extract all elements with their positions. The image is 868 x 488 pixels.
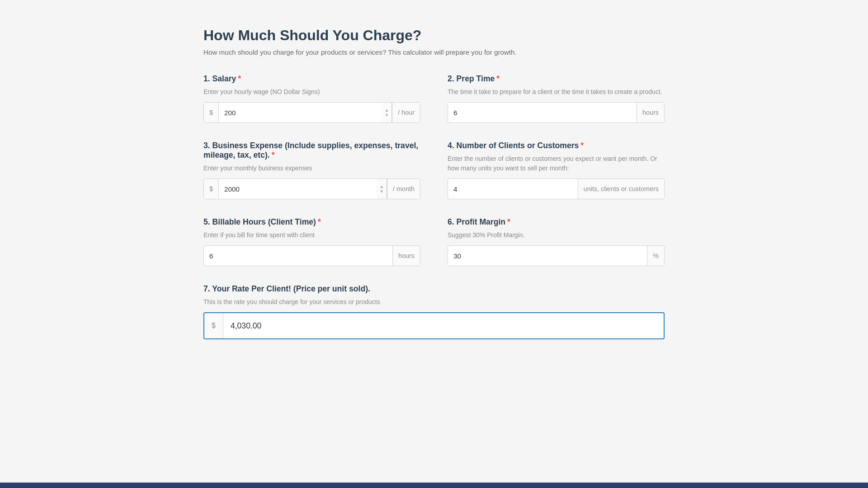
billable-hours-title: 5. Billable Hours (Client Time)* bbox=[203, 217, 420, 227]
salary-title: 1. Salary* bbox=[203, 74, 420, 84]
rate-input[interactable] bbox=[223, 321, 664, 331]
prep-time-title: 2. Prep Time* bbox=[448, 74, 665, 84]
prep-time-input[interactable] bbox=[448, 103, 637, 122]
rate-dollar-icon: $ bbox=[204, 313, 223, 338]
footer-bar bbox=[0, 483, 868, 488]
rate-section: 7. Your Rate Per Client! (Price per unit… bbox=[203, 284, 665, 339]
business-expense-description: Enter your monthly business expenses bbox=[203, 164, 420, 173]
business-expense-dollar-icon: $ bbox=[204, 179, 219, 199]
profit-margin-title: 6. Profit Margin* bbox=[448, 217, 665, 227]
prep-time-description: The time it take to prepare for a client… bbox=[448, 87, 665, 97]
salary-section: 1. Salary* Enter your hourly wage (NO Do… bbox=[203, 74, 420, 123]
clients-input-wrapper: units, clients or customers bbox=[448, 178, 665, 199]
clients-input[interactable] bbox=[448, 179, 578, 199]
billable-hours-required: * bbox=[318, 217, 321, 226]
salary-description: Enter your hourly wage (NO Dollar Signs) bbox=[203, 87, 420, 97]
clients-section: 4. Number of Clients or Customers* Enter… bbox=[448, 141, 665, 199]
business-expense-suffix: / month bbox=[387, 179, 420, 199]
billable-hours-description: Enter if you bill for time spent with cl… bbox=[203, 230, 420, 240]
salary-input[interactable] bbox=[219, 103, 382, 122]
profit-margin-input[interactable] bbox=[448, 246, 647, 266]
profit-margin-required: * bbox=[507, 217, 510, 226]
business-expense-section: 3. Business Expense (Include supplies, e… bbox=[203, 141, 420, 199]
billable-hours-suffix: hours bbox=[392, 246, 420, 266]
billable-hours-input-wrapper: hours bbox=[203, 245, 420, 266]
profit-margin-input-wrapper: % bbox=[448, 245, 665, 266]
salary-input-wrapper: $ ▲▼ / hour bbox=[203, 102, 420, 123]
clients-description: Enter the number of clients or customers… bbox=[448, 154, 665, 173]
clients-required: * bbox=[580, 141, 584, 150]
page-subtitle: How much should you charge for your prod… bbox=[203, 48, 665, 56]
prep-time-input-wrapper: hours bbox=[448, 102, 665, 123]
profit-margin-suffix: % bbox=[647, 246, 664, 266]
prep-time-suffix: hours bbox=[637, 103, 664, 122]
billable-hours-input[interactable] bbox=[204, 246, 392, 266]
business-expense-required: * bbox=[272, 150, 275, 160]
rate-description: This is the rate you should charge for y… bbox=[203, 297, 665, 307]
profit-margin-description: Suggest 30% Profit Margin. bbox=[448, 230, 665, 240]
profit-margin-section: 6. Profit Margin* Suggest 30% Profit Mar… bbox=[448, 217, 665, 266]
salary-spinner[interactable]: ▲▼ bbox=[382, 103, 392, 122]
page-title: How Much Should You Charge? bbox=[203, 27, 665, 44]
business-expense-title: 3. Business Expense (Include supplies, e… bbox=[203, 141, 420, 160]
clients-title: 4. Number of Clients or Customers* bbox=[448, 141, 665, 150]
salary-required: * bbox=[238, 74, 241, 83]
prep-time-required: * bbox=[496, 74, 500, 83]
billable-hours-section: 5. Billable Hours (Client Time)* Enter i… bbox=[203, 217, 420, 266]
prep-time-section: 2. Prep Time* The time it take to prepar… bbox=[448, 74, 665, 123]
clients-suffix: units, clients or customers bbox=[578, 179, 664, 199]
business-expense-input-wrapper: $ ▲▼ / month bbox=[203, 178, 420, 199]
salary-dollar-icon: $ bbox=[204, 103, 219, 122]
business-expense-spinner[interactable]: ▲▼ bbox=[377, 179, 387, 199]
salary-suffix: / hour bbox=[392, 103, 420, 122]
rate-result-wrapper: $ bbox=[203, 312, 665, 339]
rate-title: 7. Your Rate Per Client! (Price per unit… bbox=[203, 284, 665, 294]
business-expense-input[interactable] bbox=[219, 179, 377, 199]
